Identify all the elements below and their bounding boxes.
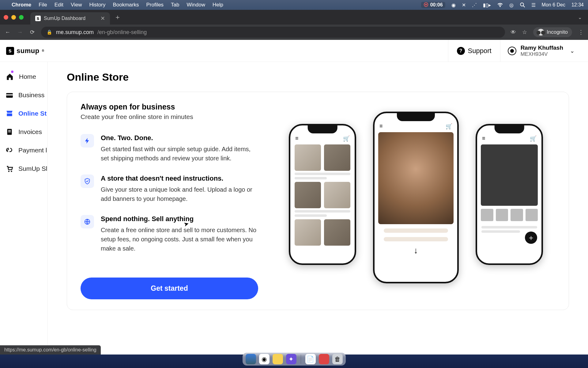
url-host: me.sumup.com <box>56 29 94 36</box>
shield-icon <box>81 174 94 188</box>
eye-off-icon[interactable]: 👁︎ <box>511 29 516 36</box>
main-content: Online Store Always open for business Cr… <box>48 62 588 355</box>
logo-mark-icon: s <box>6 47 14 55</box>
lock-icon: 🔒 <box>47 29 52 35</box>
dock-finder-icon[interactable] <box>246 354 256 364</box>
incognito-badge[interactable]: ⬤⬤ Incognito <box>533 27 572 37</box>
control-center-icon[interactable]: ☰ <box>531 2 536 8</box>
new-tab-button[interactable]: ＋ <box>114 13 121 22</box>
svg-rect-3 <box>6 94 13 95</box>
menu-file[interactable]: File <box>39 2 47 8</box>
feature-item: Spend nothing. Sell anything Create a fr… <box>81 215 264 253</box>
menubar-status-icon[interactable]: ◎ <box>509 2 514 8</box>
dock-area: ◉ ✦ 📄 🗑 <box>0 355 588 368</box>
support-link[interactable]: ? Support <box>448 40 500 62</box>
get-started-button[interactable]: Get started <box>81 278 258 299</box>
browser-tab[interactable]: s SumUp Dashboard ✕ <box>30 12 110 25</box>
sidebar-label: Business <box>18 91 44 99</box>
account-name: Ramy Khuffash <box>521 44 563 51</box>
menu-edit[interactable]: Edit <box>55 2 63 8</box>
menu-help[interactable]: Help <box>213 2 223 8</box>
tab-title: SumUp Dashboard <box>44 16 85 21</box>
dock-chrome-icon[interactable]: ◉ <box>259 354 270 364</box>
menubar-status-icon[interactable]: ◉ <box>451 2 456 8</box>
account-menu[interactable]: Ramy Khuffash MEXH934V ⌄ <box>500 40 582 62</box>
tab-close-icon[interactable]: ✕ <box>100 15 105 22</box>
menubar-time[interactable]: 12:34 <box>571 2 584 8</box>
notification-dot-icon <box>11 71 13 73</box>
phone-mock-left: ≡🛒 <box>289 124 356 265</box>
menubar-app-name[interactable]: Chrome <box>12 2 31 8</box>
sumup-logo[interactable]: s sumup® <box>6 47 44 55</box>
sidebar-item-online-store[interactable]: Online St <box>0 104 47 123</box>
dock-app-icon[interactable] <box>273 354 283 364</box>
sidebar-item-payment-links[interactable]: Payment l <box>0 141 47 159</box>
svg-rect-6 <box>8 132 11 132</box>
sidebar-label: Invoices <box>18 128 42 136</box>
store-icon <box>6 109 13 118</box>
spotlight-icon[interactable] <box>520 2 525 8</box>
sidebar-item-sumup-shop[interactable]: SumUp Sl <box>0 159 47 178</box>
incognito-icon: ⬤⬤ <box>537 29 544 36</box>
sidebar-item-home[interactable]: Home <box>0 67 47 86</box>
plus-fab-icon: ＋ <box>525 232 537 244</box>
svg-point-8 <box>11 171 12 172</box>
phone-mock-center: ≡🛒 ↓ <box>373 112 459 283</box>
account-code: MEXH934V <box>521 51 563 57</box>
wifi-icon[interactable] <box>497 2 503 7</box>
tabs-dropdown-icon[interactable]: ⌄ <box>578 14 582 20</box>
invoice-icon <box>6 128 13 136</box>
support-label: Support <box>468 47 492 55</box>
help-icon: ? <box>457 47 465 55</box>
sidebar: Home Business Online St Invoices Payment… <box>0 62 48 355</box>
menu-window[interactable]: Window <box>187 2 205 8</box>
forward-button[interactable]: → <box>17 29 23 36</box>
hamburger-icon: ≡ <box>379 123 383 130</box>
bookmark-star-icon[interactable]: ☆ <box>522 29 527 36</box>
card-subheading: Create your free online store in minutes <box>81 113 264 121</box>
dock-app-icon[interactable]: ✦ <box>286 354 296 364</box>
chrome-menu-icon[interactable]: ⋮ <box>578 29 584 36</box>
menubar-status-icon[interactable]: ⋰ <box>472 2 477 8</box>
menu-view[interactable]: View <box>71 2 82 8</box>
address-bar: ← → ⟳ 🔒 me.sumup.com/en-gb/online-sellin… <box>0 25 588 40</box>
close-window-button[interactable] <box>4 15 8 20</box>
status-bar-link: https://me.sumup.com/en-gb/online-sellin… <box>0 345 101 355</box>
menubar-date[interactable]: Mon 6 Dec <box>542 2 565 8</box>
app-header: s sumup® ? Support Ramy Khuffash MEXH934… <box>0 40 588 62</box>
incognito-label: Incognito <box>547 29 568 35</box>
menu-tab[interactable]: Tab <box>171 2 179 8</box>
sidebar-item-business[interactable]: Business <box>0 86 47 104</box>
dock-trash-icon[interactable]: 🗑 <box>332 354 343 364</box>
svg-rect-5 <box>8 130 11 131</box>
menu-bookmarks[interactable]: Bookmarks <box>113 2 139 8</box>
dock-doc-icon[interactable]: 📄 <box>305 354 316 364</box>
url-path: /en-gb/online-selling <box>97 29 147 36</box>
feature-desc: Create a free online store and sell to m… <box>101 225 260 253</box>
svg-point-0 <box>520 3 524 6</box>
reload-button[interactable]: ⟳ <box>29 29 36 36</box>
onboarding-card: Always open for business Create your fre… <box>67 92 569 310</box>
feature-desc: Give your store a unique look and feel. … <box>101 185 260 203</box>
feature-title: One. Two. Done. <box>101 134 260 142</box>
menubar-status-icon[interactable]: ✕ <box>462 2 466 8</box>
globe-icon <box>81 215 94 228</box>
cart-icon: 🛒 <box>343 135 350 142</box>
sidebar-label: Payment l <box>18 147 47 154</box>
battery-icon[interactable]: ▮▯▸ <box>483 2 491 8</box>
cart-icon: 🛒 <box>446 123 452 130</box>
phone-mock-right: ≡🛒 ＋ <box>476 124 543 265</box>
sidebar-item-invoices[interactable]: Invoices <box>0 123 47 141</box>
url-input[interactable]: 🔒 me.sumup.com/en-gb/online-selling <box>41 27 505 38</box>
dock-app-icon[interactable] <box>319 354 329 364</box>
maximize-window-button[interactable] <box>19 15 24 20</box>
phones-illustration: ≡🛒 ≡🛒 ＋ <box>277 102 555 299</box>
menu-profiles[interactable]: Profiles <box>146 2 164 8</box>
minimize-window-button[interactable] <box>11 15 16 20</box>
menu-history[interactable]: History <box>89 2 105 8</box>
sidebar-label: Home <box>19 73 36 80</box>
screen-record-indicator[interactable]: ⦿00:06 <box>421 2 445 8</box>
back-button[interactable]: ← <box>4 29 11 36</box>
svg-point-7 <box>8 171 9 172</box>
wallet-icon <box>6 91 13 99</box>
